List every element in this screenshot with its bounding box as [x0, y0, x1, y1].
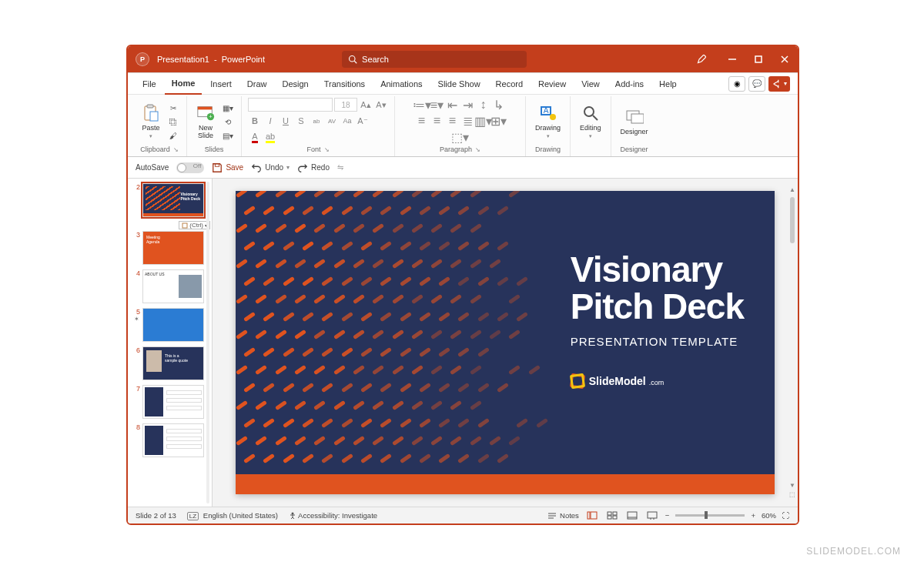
paragraph-launcher[interactable]: ↘ [475, 146, 480, 153]
strike-button[interactable]: S [294, 114, 308, 128]
tab-help[interactable]: Help [652, 73, 684, 95]
thumbnail-slide[interactable]: 7 [129, 383, 212, 420]
share-button[interactable]: ▾ [768, 76, 790, 92]
zoom-in-button[interactable]: + [751, 511, 755, 520]
layout-button[interactable]: ▦▾ [221, 102, 235, 114]
clipboard-launcher[interactable]: ↘ [173, 146, 179, 153]
bold-button[interactable]: B [248, 114, 262, 128]
spacing-button[interactable]: AV [325, 114, 339, 128]
minimize-button[interactable] [719, 46, 745, 72]
increase-font-button[interactable]: A▴ [359, 98, 373, 112]
align-center-button[interactable]: ≡ [430, 114, 444, 128]
svg-rect-28 [608, 512, 611, 515]
autosave-toggle[interactable]: Off [176, 162, 204, 173]
thumbnail-scrollbar[interactable] [206, 182, 210, 503]
document-title[interactable]: Presentation1 - PowerPoint [157, 55, 280, 64]
thumbnail-preview[interactable]: This is asample quote [142, 346, 204, 380]
editing-button[interactable]: Editing ▾ [577, 102, 604, 141]
thumbnail-slide[interactable]: 3MeetingAgenda [129, 229, 212, 266]
zoom-out-button[interactable]: − [665, 511, 670, 520]
tab-view[interactable]: View [574, 73, 607, 95]
underline-button[interactable]: U [279, 114, 293, 128]
tab-transitions[interactable]: Transitions [317, 73, 372, 95]
thumbnail-preview[interactable] [142, 385, 204, 419]
designer-button[interactable]: Designer [618, 106, 651, 137]
redo-button[interactable]: Redo [297, 162, 330, 173]
indent-inc-button[interactable]: ⇥ [461, 98, 475, 112]
reset-button[interactable]: ⟲ [221, 115, 235, 128]
tab-addins[interactable]: Add-ins [608, 73, 651, 95]
clear-format-button[interactable]: A⁻ [356, 114, 370, 128]
slideshow-view-button[interactable] [645, 510, 659, 521]
canvas-scrollbar[interactable]: ▲ ▼ ⬚ [788, 186, 796, 499]
comments-button[interactable]: 💬 [748, 76, 765, 92]
thumbnail-preview[interactable]: MeetingAgenda [142, 231, 204, 265]
tab-insert[interactable]: Insert [203, 73, 239, 95]
fit-window-button[interactable]: ⛶ [782, 511, 790, 520]
slide-thumbnail-panel[interactable]: 2VisionaryPitch Deck(Ctrl)▾3MeetingAgend… [128, 179, 213, 507]
numbering-button[interactable]: ≡▾ [430, 98, 444, 112]
highlight-button[interactable]: ab [263, 130, 277, 144]
thumbnail-preview[interactable]: ABOUT US [142, 269, 204, 303]
tab-slide-show[interactable]: Slide Show [431, 73, 487, 95]
zoom-slider[interactable] [675, 514, 745, 517]
tab-file[interactable]: File [136, 73, 163, 95]
save-button[interactable]: Save [212, 162, 243, 173]
tab-record[interactable]: Record [489, 73, 530, 95]
thumbnail-slide[interactable]: 4ABOUT US [129, 268, 212, 305]
columns-button[interactable]: ▥▾ [477, 114, 490, 128]
tab-home[interactable]: Home [165, 73, 203, 95]
slide-counter[interactable]: Slide 2 of 13 [136, 511, 176, 520]
close-button[interactable] [772, 46, 798, 72]
tab-design[interactable]: Design [275, 73, 315, 95]
thumbnail-slide[interactable]: 6This is asample quote [129, 345, 212, 382]
font-family-combo[interactable] [248, 98, 333, 112]
thumbnail-preview[interactable] [142, 308, 204, 342]
tab-review[interactable]: Review [531, 73, 573, 95]
thumbnail-preview[interactable]: VisionaryPitch Deck [142, 183, 204, 217]
text-direction-button[interactable]: ↳ [492, 98, 506, 112]
language-status[interactable]: LZ English (United States) [187, 511, 278, 520]
shadow-button[interactable]: ab [310, 114, 323, 128]
notes-button[interactable]: Notes [547, 511, 579, 520]
italic-button[interactable]: I [263, 114, 277, 128]
search-box[interactable]: Search [342, 51, 527, 68]
indent-dec-button[interactable]: ⇤ [446, 98, 460, 112]
change-case-button[interactable]: Aa [340, 114, 354, 128]
decrease-font-button[interactable]: A▾ [374, 98, 388, 112]
format-painter-button[interactable]: 🖌 [166, 129, 180, 142]
normal-view-button[interactable] [585, 510, 599, 521]
copy-button[interactable]: ⿻ [166, 115, 180, 128]
align-left-button[interactable]: ≡ [415, 114, 429, 128]
zoom-level[interactable]: 60% [762, 511, 776, 520]
line-spacing-button[interactable]: ↕ [477, 98, 490, 112]
accessibility-status[interactable]: Accessibility: Investigate [289, 511, 377, 520]
current-slide[interactable]: Visionary Pitch Deck PRESENTATION TEMPLA… [236, 191, 775, 494]
camera-button[interactable]: ◉ [728, 76, 745, 92]
drawing-button[interactable]: A Drawing ▾ [532, 102, 564, 141]
tab-draw[interactable]: Draw [240, 73, 274, 95]
sorter-view-button[interactable] [605, 510, 619, 521]
simplify-ribbon-button[interactable] [688, 46, 715, 72]
align-right-button[interactable]: ≡ [446, 114, 460, 128]
section-button[interactable]: ▤▾ [221, 129, 235, 142]
tab-animations[interactable]: Animations [373, 73, 429, 95]
undo-button[interactable]: Undo ▾ [251, 162, 290, 173]
justify-button[interactable]: ≣ [461, 114, 475, 128]
new-slide-button[interactable]: + New Slide [193, 102, 218, 141]
paste-button[interactable]: Paste ▾ [139, 102, 163, 141]
font-size-combo[interactable]: 18 [334, 98, 357, 112]
qat-overflow[interactable]: ⇋ [337, 163, 343, 172]
convert-smartart-button[interactable]: ⬚▾ [454, 130, 467, 144]
font-color-button[interactable]: A [248, 130, 262, 144]
bullets-button[interactable]: ≔▾ [415, 98, 429, 112]
maximize-button[interactable] [745, 46, 772, 72]
font-launcher[interactable]: ↘ [324, 146, 330, 153]
cut-button[interactable]: ✂ [166, 102, 180, 114]
reading-view-button[interactable] [625, 510, 639, 521]
thumbnail-slide[interactable]: 2VisionaryPitch Deck(Ctrl)▾ [129, 182, 212, 219]
align-text-button[interactable]: ⊞▾ [492, 114, 506, 128]
thumbnail-preview[interactable] [142, 423, 204, 457]
thumbnail-slide[interactable]: 5✶ [129, 306, 212, 343]
thumbnail-slide[interactable]: 8 [129, 422, 212, 459]
